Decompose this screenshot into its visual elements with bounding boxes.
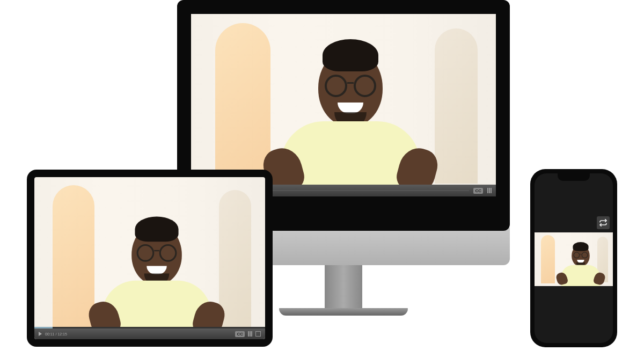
person-head: [131, 224, 182, 285]
monitor-stand-base: [279, 308, 408, 316]
person-hair: [573, 242, 588, 251]
time-display: 00:11 / 12:15: [45, 332, 67, 336]
phone-device: [530, 169, 617, 347]
glasses-lens-right: [582, 252, 588, 258]
video-presenter-person: [561, 245, 601, 286]
person-head: [318, 49, 383, 127]
background-archway-left: [541, 235, 555, 283]
glasses-lens-left: [574, 252, 580, 258]
repeat-button[interactable]: [597, 216, 610, 229]
person-hand-left: [555, 272, 569, 286]
video-presenter-person: [281, 49, 420, 196]
glasses-lens-left: [325, 75, 347, 97]
repeat-icon: [599, 218, 608, 227]
glasses-lens-right: [159, 244, 177, 262]
background-archway-left: [215, 23, 270, 187]
person-smile: [338, 103, 363, 113]
tablet-video-controls[interactable]: 00:11 / 12:15 CC: [34, 328, 265, 339]
monitor-video-screen[interactable]: CC: [191, 14, 496, 196]
person-head: [572, 245, 590, 267]
fullscreen-icon[interactable]: [255, 331, 261, 337]
glasses-lens-left: [137, 244, 155, 262]
person-glasses: [325, 75, 376, 93]
closed-captions-button[interactable]: CC: [473, 188, 483, 194]
phone-video-area[interactable]: [535, 232, 613, 286]
glasses-bridge: [347, 82, 354, 84]
menu-bars-icon[interactable]: [487, 188, 492, 193]
background-archway-right: [219, 190, 251, 328]
phone-screen[interactable]: [535, 173, 613, 343]
background-archway-right: [435, 28, 478, 184]
person-hair: [323, 39, 378, 71]
background-archway-left: [53, 185, 94, 331]
video-presenter-person: [103, 224, 211, 340]
spacer: [70, 333, 232, 334]
closed-captions-button[interactable]: CC: [235, 331, 245, 337]
menu-bars-icon[interactable]: [248, 331, 252, 337]
person-glasses: [137, 244, 177, 259]
volume-icon[interactable]: [39, 332, 42, 336]
phone-notch: [558, 173, 590, 181]
monitor-stand-neck: [325, 265, 362, 308]
tablet-video-screen[interactable]: 00:11 / 12:15 CC: [34, 177, 265, 339]
person-body-shirt: [561, 265, 601, 286]
glasses-lens-right: [354, 75, 376, 97]
tablet-device: 00:11 / 12:15 CC: [27, 170, 273, 347]
glasses-bridge: [154, 250, 159, 251]
glasses-bridge: [580, 254, 581, 254]
person-hair: [135, 216, 178, 242]
person-glasses: [574, 252, 588, 257]
